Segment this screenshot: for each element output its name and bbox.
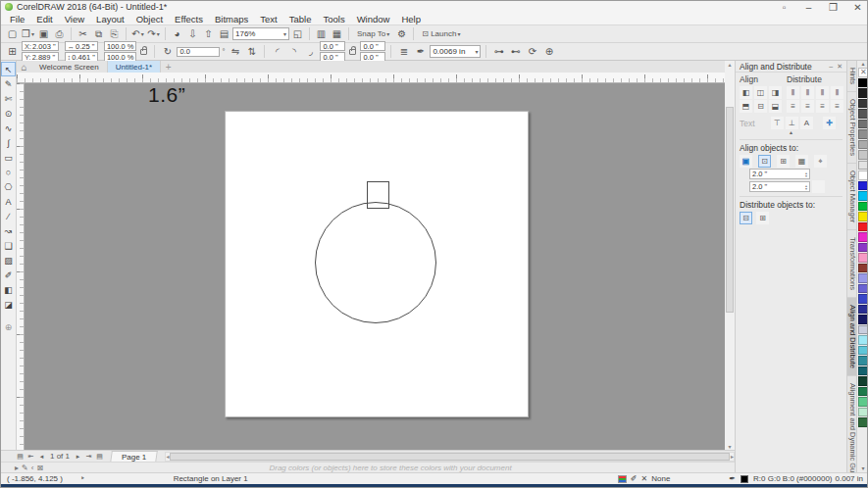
tab-welcome-screen[interactable]: Welcome Screen: [31, 61, 108, 73]
paste-icon[interactable]: ⎘: [107, 26, 122, 41]
menu-view[interactable]: View: [60, 14, 89, 24]
color-swatch[interactable]: [858, 243, 868, 253]
shape-tool[interactable]: ✎: [1, 76, 16, 91]
color-swatch[interactable]: [858, 315, 868, 324]
color-swatch[interactable]: [858, 88, 868, 98]
page-sorter-icon[interactable]: ▤: [15, 451, 26, 462]
document-palette-flyout-icon[interactable]: ▸: [15, 464, 19, 472]
no-color-swatch[interactable]: [858, 68, 868, 77]
color-swatch[interactable]: [858, 78, 868, 88]
smart-fill-tool[interactable]: ◪: [1, 297, 16, 312]
color-swatch[interactable]: [858, 161, 868, 171]
align-top-button[interactable]: ⬒: [740, 100, 752, 113]
color-swatch[interactable]: [858, 212, 868, 221]
distribute-top-button[interactable]: ≡: [787, 100, 799, 113]
vertical-scroll-thumb[interactable]: [726, 107, 734, 313]
color-swatch[interactable]: [858, 387, 868, 397]
align-left-button[interactable]: ◧: [740, 86, 752, 99]
link-icon[interactable]: ⊶: [491, 44, 506, 59]
full-screen-preview-icon[interactable]: ◱: [290, 26, 305, 41]
chamfered-corner-icon[interactable]: ◞: [303, 44, 318, 59]
scale-x-field[interactable]: 100.0 %: [104, 41, 137, 51]
color-proof-settings-icon[interactable]: [618, 475, 627, 483]
crop-tool[interactable]: ✄: [1, 91, 16, 106]
wrap-text-icon[interactable]: ≣: [396, 44, 411, 59]
color-swatch[interactable]: [858, 408, 868, 417]
object-position-grid-icon[interactable]: ⊞: [5, 44, 20, 59]
text-tool[interactable]: A: [1, 194, 16, 209]
add-plus-icon[interactable]: ⊕: [541, 44, 556, 59]
corner-radius-tl-field[interactable]: 0.0 ": [320, 41, 345, 51]
home-icon[interactable]: ⌂: [17, 61, 31, 73]
undo-icon[interactable]: ↶▾: [130, 26, 145, 41]
color-swatch[interactable]: [858, 284, 868, 294]
specify-point-button[interactable]: ✛: [823, 117, 836, 129]
menu-object[interactable]: Object: [131, 14, 168, 24]
drawing-viewport[interactable]: 1.6”: [25, 83, 725, 450]
redo-icon[interactable]: ↷▾: [146, 26, 161, 41]
parallel-dimension-tool[interactable]: ∕: [1, 209, 16, 223]
align-center-horizontally-button[interactable]: ◫: [754, 86, 767, 99]
menu-bitmaps[interactable]: Bitmaps: [210, 14, 253, 24]
zoom-level-combobox[interactable]: 176%▾: [232, 27, 289, 40]
collapse-section-arrow[interactable]: ▴: [740, 129, 842, 136]
scroll-right-icon[interactable]: ▸: [731, 453, 734, 460]
text-align-baseline-button[interactable]: ⊥: [786, 117, 798, 129]
color-swatch[interactable]: [858, 325, 868, 335]
save-icon[interactable]: ▣: [36, 26, 51, 41]
color-swatch[interactable]: [858, 356, 868, 366]
color-swatch[interactable]: [858, 335, 868, 345]
align-right-button[interactable]: ◨: [769, 86, 782, 99]
rectangle-shape[interactable]: [367, 181, 389, 209]
color-swatch[interactable]: [858, 264, 868, 273]
align-to-page-center-button[interactable]: ⊞: [777, 155, 790, 168]
snap-to-dropdown[interactable]: Snap To▾: [353, 26, 393, 41]
object-width-field[interactable]: ↔0.25 ": [65, 41, 98, 51]
options-gear-icon[interactable]: ⚙: [394, 26, 409, 41]
color-swatch[interactable]: [858, 120, 868, 129]
menu-table[interactable]: Table: [284, 14, 317, 24]
mirror-horizontal-icon[interactable]: ⇋: [228, 44, 242, 59]
color-swatch[interactable]: [858, 129, 868, 139]
menu-text[interactable]: Text: [255, 14, 281, 24]
docker-tab-alignment-dynamic-guides[interactable]: Alignment and Dynamic Guides: [847, 376, 857, 472]
dimension-annotation-text[interactable]: 1.6”: [148, 83, 185, 107]
pick-tool[interactable]: ↖: [1, 62, 16, 76]
customize-toolbox-button[interactable]: ⊕: [1, 319, 16, 334]
vertical-scrollbar[interactable]: ▴ ▾: [725, 61, 735, 450]
object-x-field[interactable]: X:2.003 ": [22, 41, 59, 51]
color-swatch[interactable]: [858, 305, 868, 315]
align-point-y-field[interactable]: 2.0 "▴▾: [749, 181, 810, 192]
lock-ratio-icon[interactable]: [140, 49, 147, 55]
artistic-media-tool[interactable]: ∫: [1, 135, 16, 150]
import-icon[interactable]: ⇩: [185, 26, 200, 41]
zoom-tool[interactable]: ⊙: [1, 106, 16, 121]
spin-down-icon[interactable]: ▾: [805, 187, 807, 190]
menu-help[interactable]: Help: [396, 14, 426, 24]
corner-radius-tr-field[interactable]: 0.0 ": [360, 41, 385, 51]
page-1-tab[interactable]: Page 1: [110, 451, 158, 463]
text-align-bounding-box-button[interactable]: A: [800, 117, 813, 129]
ellipse-tool[interactable]: ○: [1, 165, 16, 179]
new-tab-button[interactable]: +: [161, 61, 176, 73]
distribute-to-extent-of-page-button[interactable]: ⊞: [756, 212, 769, 224]
document-palette-no-color-icon[interactable]: ⊠: [36, 464, 43, 472]
color-swatch[interactable]: [858, 346, 868, 356]
docker-tab-hints[interactable]: Hints: [847, 61, 857, 92]
color-swatch[interactable]: [858, 150, 868, 160]
color-swatch[interactable]: [858, 253, 868, 263]
refresh-icon[interactable]: ⟳: [525, 44, 539, 59]
color-swatch[interactable]: [858, 417, 868, 427]
color-swatch[interactable]: [858, 202, 868, 212]
round-corner-icon[interactable]: ◜: [270, 44, 284, 59]
spin-down-icon[interactable]: ▾: [805, 174, 807, 177]
distribute-spacing-horizontally-button[interactable]: ⦀: [816, 86, 829, 99]
palette-scroll-up-icon[interactable]: ▴: [861, 61, 864, 68]
docker-close-icon[interactable]: ✕: [837, 63, 842, 71]
outline-width-combobox[interactable]: 0.0069 in▾: [430, 45, 481, 58]
connector-tool[interactable]: ↝: [1, 223, 16, 238]
color-swatch[interactable]: [858, 376, 868, 386]
polygon-tool[interactable]: ⎔: [1, 179, 16, 194]
tab-untitled-1[interactable]: Untitled-1*: [108, 61, 161, 73]
next-page-icon[interactable]: ▸: [73, 451, 83, 462]
